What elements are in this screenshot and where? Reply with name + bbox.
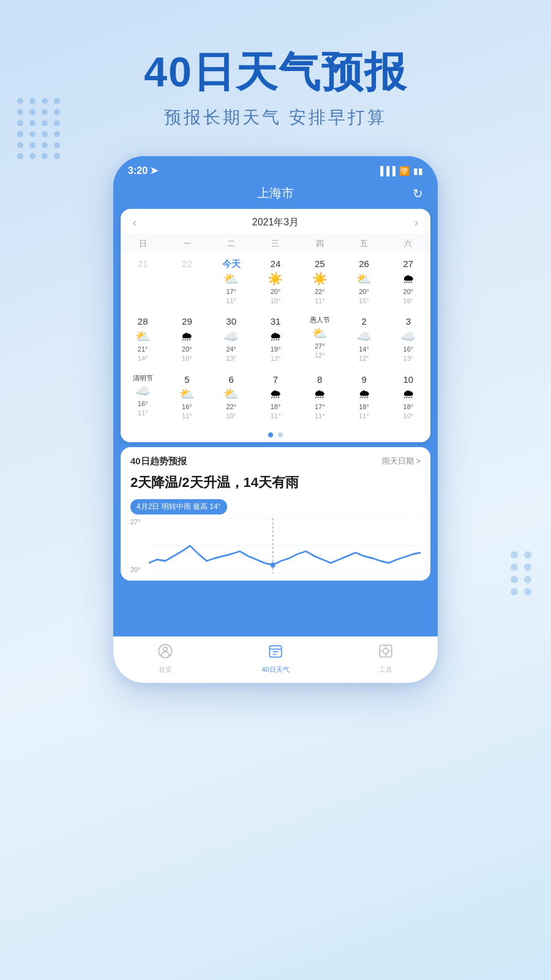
page-indicator	[121, 426, 430, 442]
trend-title: 40日趋势预报	[130, 456, 187, 467]
cal-cell-8[interactable]: 8 🌧 17° 11°	[298, 371, 342, 424]
cal-cell-30[interactable]: 30 ☁️ 24° 13°	[209, 313, 253, 366]
status-bar: 3:20 ➤ ▐▐▐ 🛜 ▮▮	[113, 156, 438, 180]
tools-icon	[378, 643, 394, 663]
date-22: 22	[166, 258, 208, 270]
nav-home[interactable]: 首页	[157, 643, 173, 674]
home-icon	[157, 643, 173, 663]
calendar-month: 2021年3月	[252, 216, 299, 229]
wifi-icon: 🛜	[399, 166, 410, 176]
rainy-days-link[interactable]: 雨天日期 >	[382, 456, 421, 467]
phone-mockup: 3:20 ➤ ▐▐▐ 🛜 ▮▮ 上海市 ↻ ‹ 2021年3月 › 日 一	[113, 156, 438, 683]
cal-cell-24[interactable]: 24 ☀️ 20° 10°	[253, 255, 298, 308]
day-header-sat: 六	[386, 238, 430, 249]
bottom-nav: 首页 40日天气	[113, 636, 438, 683]
cal-cell-3[interactable]: 3 ☁️ 16° 13°	[386, 313, 430, 366]
hero-subtitle: 预报长期天气 安排早打算	[0, 106, 551, 129]
cal-cell-28[interactable]: 28 ⛅ 21° 14°	[121, 313, 165, 366]
chart-labels: 27° 20°	[130, 518, 141, 573]
date-today: 今天	[211, 258, 252, 270]
day-header-wed: 三	[253, 238, 298, 249]
nav-40day[interactable]: 40日天气	[261, 643, 289, 674]
cal-cell-22[interactable]: 22	[165, 255, 209, 308]
cal-cell-qingming[interactable]: 清明节 ☁️ 16° 11°	[121, 371, 165, 424]
date-26: 26	[343, 258, 384, 270]
cal-cell-26[interactable]: 26 ⛅ 20° 15°	[342, 255, 386, 308]
calendar: ‹ 2021年3月 › 日 一 二 三 四 五 六 21	[121, 209, 430, 442]
prev-month-button[interactable]: ‹	[133, 216, 137, 229]
day-header-sun: 日	[121, 238, 165, 249]
chart-label-low: 20°	[130, 566, 141, 573]
status-icons: ▐▐▐ 🛜 ▮▮	[377, 166, 423, 176]
cal-cell-21[interactable]: 21	[121, 255, 165, 308]
nav-home-label: 首页	[159, 665, 172, 674]
hero-section: 40日天气预报 预报长期天气 安排早打算	[0, 0, 551, 129]
svg-point-6	[163, 647, 168, 652]
cal-cell-5[interactable]: 5 ⛅ 16° 11°	[165, 371, 209, 424]
cal-cell-27[interactable]: 27 🌧 20° 16°	[386, 255, 430, 308]
dot-1	[268, 432, 273, 437]
cal-cell-10[interactable]: 10 🌧 18° 10°	[386, 371, 430, 424]
trend-summary: 2天降温/2天升温，14天有雨	[130, 473, 421, 492]
cal-cell-9[interactable]: 9 🌧 18° 11°	[342, 371, 386, 424]
nav-40day-label: 40日天气	[261, 665, 289, 674]
signal-icon: ▐▐▐	[377, 166, 395, 176]
date-21: 21	[122, 258, 163, 270]
calendar-row-2: 28 ⛅ 21° 14° 29 🌧 20° 16° 30 ☁️ 24° 13°	[121, 311, 430, 368]
nav-tools[interactable]: 工具	[378, 643, 394, 674]
city-name: 上海市	[257, 185, 294, 202]
date-27: 27	[388, 258, 429, 270]
date-25: 25	[299, 258, 340, 270]
nav-tools-label: 工具	[379, 665, 392, 674]
chart-area: 27° 20°	[130, 518, 421, 573]
day-header-tue: 二	[209, 238, 253, 249]
cal-cell-today[interactable]: 今天 ⛅ 17° 11°	[209, 255, 253, 308]
day-header-mon: 一	[165, 238, 209, 249]
calendar-row-1: 21 22 今天 ⛅ 17° 11°	[121, 253, 430, 311]
svg-point-12	[383, 649, 389, 654]
day-header-fri: 五	[342, 238, 386, 249]
cal-cell-7[interactable]: 7 🌧 18° 11°	[253, 371, 298, 424]
cal-cell-25[interactable]: 25 ☀️ 22° 11°	[298, 255, 342, 308]
cal-cell-31[interactable]: 31 🌧 19° 13°	[253, 313, 298, 366]
next-month-button[interactable]: ›	[414, 216, 418, 229]
trend-section: 40日趋势预报 雨天日期 > 2天降温/2天升温，14天有雨 4月2日 明转中雨…	[121, 447, 430, 581]
svg-point-4	[271, 562, 276, 568]
city-header: 上海市 ↻	[113, 180, 438, 209]
day-headers: 日 一 二 三 四 五 六	[121, 235, 430, 253]
decorative-dots-right	[511, 551, 533, 595]
chart-tooltip: 4月2日 明转中雨 最高 14°	[130, 499, 227, 514]
cal-cell-april-fool[interactable]: 愚人节 ⛅ 27° 12°	[298, 313, 342, 366]
temperature-chart	[149, 518, 421, 573]
cal-cell-6[interactable]: 6 ⛅ 22° 10°	[209, 371, 253, 424]
cal-cell-29[interactable]: 29 🌧 20° 16°	[165, 313, 209, 366]
cal-cell-2[interactable]: 2 ☁️ 14° 12°	[342, 313, 386, 366]
status-time: 3:20 ➤	[128, 165, 158, 176]
day-header-thu: 四	[298, 238, 342, 249]
hero-title: 40日天气预报	[0, 49, 551, 95]
calendar-nav: ‹ 2021年3月 ›	[121, 209, 430, 235]
nav-40day-icon	[268, 643, 283, 663]
battery-icon: ▮▮	[413, 166, 423, 176]
date-24: 24	[255, 258, 296, 270]
trend-header: 40日趋势预报 雨天日期 >	[130, 456, 421, 467]
refresh-icon[interactable]: ↻	[413, 186, 423, 201]
dot-2	[278, 432, 283, 437]
calendar-row-3: 清明节 ☁️ 16° 11° 5 ⛅ 16° 11° 6 ⛅ 22° 10°	[121, 369, 430, 426]
chart-label-high: 27°	[130, 518, 141, 526]
